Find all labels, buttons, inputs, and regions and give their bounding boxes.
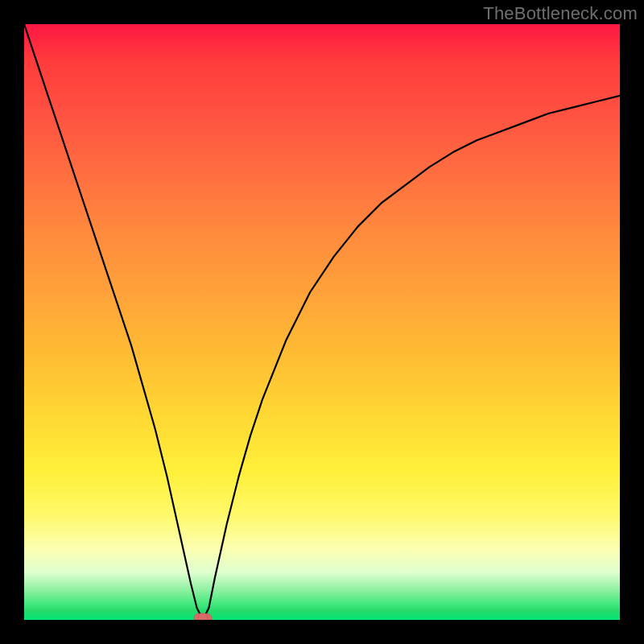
chart-svg	[24, 24, 620, 620]
plot-area	[24, 24, 620, 620]
bottleneck-curve	[24, 24, 620, 620]
min-marker	[194, 613, 212, 620]
svg-rect-2	[198, 613, 208, 620]
chart-frame: TheBottleneck.com	[0, 0, 644, 644]
watermark-text: TheBottleneck.com	[483, 3, 638, 24]
